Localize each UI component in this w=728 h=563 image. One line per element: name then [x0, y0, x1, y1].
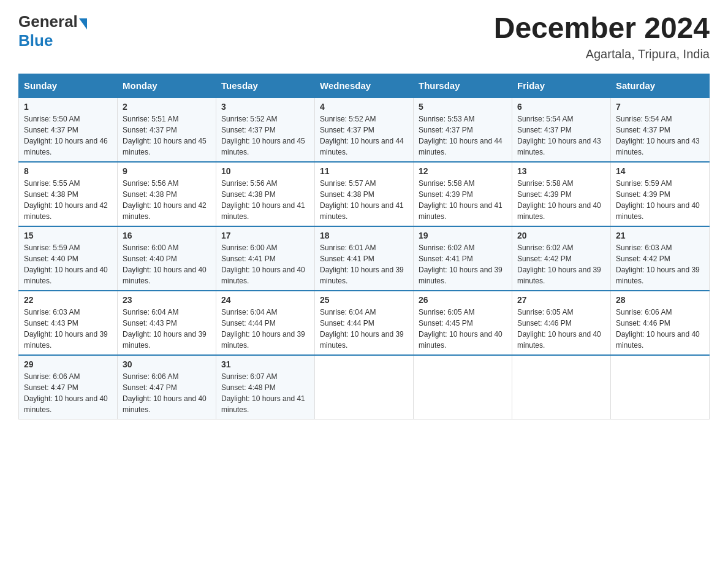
- day-number: 2: [123, 102, 211, 112]
- calendar-cell: 21Sunrise: 6:03 AMSunset: 4:42 PMDayligh…: [611, 226, 710, 291]
- day-number: 25: [320, 295, 408, 305]
- day-info: Sunrise: 6:01 AMSunset: 4:41 PMDaylight:…: [320, 242, 408, 286]
- day-number: 24: [221, 295, 309, 305]
- day-number: 5: [419, 102, 507, 112]
- calendar-cell: 19Sunrise: 6:02 AMSunset: 4:41 PMDayligh…: [414, 226, 512, 291]
- day-number: 4: [320, 102, 408, 112]
- day-info: Sunrise: 6:02 AMSunset: 4:42 PMDaylight:…: [517, 242, 605, 286]
- calendar-header-row: SundayMondayTuesdayWednesdayThursdayFrid…: [19, 74, 710, 98]
- calendar-cell: 8Sunrise: 5:55 AMSunset: 4:38 PMDaylight…: [19, 162, 118, 226]
- day-info: Sunrise: 6:06 AMSunset: 4:47 PMDaylight:…: [123, 371, 211, 415]
- calendar-cell: 1Sunrise: 5:50 AMSunset: 4:37 PMDaylight…: [19, 98, 118, 162]
- day-number: 31: [221, 359, 309, 369]
- calendar-cell: 31Sunrise: 6:07 AMSunset: 4:48 PMDayligh…: [216, 355, 315, 419]
- day-number: 27: [517, 295, 605, 305]
- day-info: Sunrise: 5:56 AMSunset: 4:38 PMDaylight:…: [123, 178, 211, 222]
- day-info: Sunrise: 6:00 AMSunset: 4:41 PMDaylight:…: [221, 242, 309, 286]
- day-info: Sunrise: 6:06 AMSunset: 4:47 PMDaylight:…: [24, 371, 112, 415]
- calendar-cell: 12Sunrise: 5:58 AMSunset: 4:39 PMDayligh…: [414, 162, 512, 226]
- calendar-cell: 20Sunrise: 6:02 AMSunset: 4:42 PMDayligh…: [512, 226, 611, 291]
- day-info: Sunrise: 5:59 AMSunset: 4:39 PMDaylight:…: [616, 178, 704, 222]
- day-info: Sunrise: 5:59 AMSunset: 4:40 PMDaylight:…: [24, 242, 112, 286]
- calendar-cell: [611, 355, 710, 419]
- calendar-cell: 18Sunrise: 6:01 AMSunset: 4:41 PMDayligh…: [315, 226, 414, 291]
- day-info: Sunrise: 6:03 AMSunset: 4:42 PMDaylight:…: [616, 242, 704, 286]
- day-number: 14: [616, 166, 704, 176]
- title-section: December 2024 Agartala, Tripura, India: [494, 12, 710, 61]
- day-number: 17: [221, 231, 309, 240]
- calendar-cell: 4Sunrise: 5:52 AMSunset: 4:37 PMDaylight…: [315, 98, 414, 162]
- day-info: Sunrise: 5:50 AMSunset: 4:37 PMDaylight:…: [24, 113, 112, 158]
- calendar-title: December 2024: [494, 12, 710, 45]
- day-info: Sunrise: 6:03 AMSunset: 4:43 PMDaylight:…: [24, 307, 112, 351]
- day-number: 29: [24, 359, 112, 369]
- calendar-subtitle: Agartala, Tripura, India: [494, 47, 710, 61]
- calendar-cell: 6Sunrise: 5:54 AMSunset: 4:37 PMDaylight…: [512, 98, 611, 162]
- day-number: 28: [616, 295, 704, 305]
- day-number: 12: [419, 166, 507, 176]
- calendar-cell: 14Sunrise: 5:59 AMSunset: 4:39 PMDayligh…: [611, 162, 710, 226]
- calendar-cell: 13Sunrise: 5:58 AMSunset: 4:39 PMDayligh…: [512, 162, 611, 226]
- week-row-2: 8Sunrise: 5:55 AMSunset: 4:38 PMDaylight…: [19, 162, 710, 226]
- calendar-cell: 5Sunrise: 5:53 AMSunset: 4:37 PMDaylight…: [414, 98, 512, 162]
- col-header-monday: Monday: [118, 74, 216, 98]
- day-number: 26: [419, 295, 507, 305]
- day-number: 11: [320, 166, 408, 176]
- day-info: Sunrise: 6:04 AMSunset: 4:44 PMDaylight:…: [221, 307, 309, 351]
- col-header-thursday: Thursday: [414, 74, 512, 98]
- day-number: 20: [517, 231, 605, 240]
- day-number: 15: [24, 231, 112, 240]
- calendar-cell: 27Sunrise: 6:05 AMSunset: 4:46 PMDayligh…: [512, 291, 611, 355]
- day-info: Sunrise: 5:54 AMSunset: 4:37 PMDaylight:…: [616, 113, 704, 158]
- week-row-1: 1Sunrise: 5:50 AMSunset: 4:37 PMDaylight…: [19, 98, 710, 162]
- calendar-cell: 29Sunrise: 6:06 AMSunset: 4:47 PMDayligh…: [19, 355, 118, 419]
- day-info: Sunrise: 5:58 AMSunset: 4:39 PMDaylight:…: [419, 178, 507, 222]
- day-number: 21: [616, 231, 704, 240]
- day-info: Sunrise: 5:58 AMSunset: 4:39 PMDaylight:…: [517, 178, 605, 222]
- week-row-3: 15Sunrise: 5:59 AMSunset: 4:40 PMDayligh…: [19, 226, 710, 291]
- day-info: Sunrise: 5:54 AMSunset: 4:37 PMDaylight:…: [517, 113, 605, 158]
- calendar-cell: 26Sunrise: 6:05 AMSunset: 4:45 PMDayligh…: [414, 291, 512, 355]
- calendar-cell: 3Sunrise: 5:52 AMSunset: 4:37 PMDaylight…: [216, 98, 315, 162]
- calendar-cell: 9Sunrise: 5:56 AMSunset: 4:38 PMDaylight…: [118, 162, 216, 226]
- calendar-cell: 23Sunrise: 6:04 AMSunset: 4:43 PMDayligh…: [118, 291, 216, 355]
- day-info: Sunrise: 5:56 AMSunset: 4:38 PMDaylight:…: [221, 178, 309, 222]
- calendar-cell: [414, 355, 512, 419]
- day-info: Sunrise: 6:02 AMSunset: 4:41 PMDaylight:…: [419, 242, 507, 286]
- logo: General Blue: [18, 12, 88, 50]
- day-number: 1: [24, 102, 112, 112]
- week-row-5: 29Sunrise: 6:06 AMSunset: 4:47 PMDayligh…: [19, 355, 710, 419]
- calendar-cell: 11Sunrise: 5:57 AMSunset: 4:38 PMDayligh…: [315, 162, 414, 226]
- day-info: Sunrise: 6:05 AMSunset: 4:45 PMDaylight:…: [419, 307, 507, 351]
- calendar-cell: 15Sunrise: 5:59 AMSunset: 4:40 PMDayligh…: [19, 226, 118, 291]
- calendar-cell: 25Sunrise: 6:04 AMSunset: 4:44 PMDayligh…: [315, 291, 414, 355]
- day-number: 22: [24, 295, 112, 305]
- day-number: 3: [221, 102, 309, 112]
- day-number: 13: [517, 166, 605, 176]
- week-row-4: 22Sunrise: 6:03 AMSunset: 4:43 PMDayligh…: [19, 291, 710, 355]
- logo-blue-text: Blue: [18, 31, 53, 50]
- day-info: Sunrise: 6:06 AMSunset: 4:46 PMDaylight:…: [616, 307, 704, 351]
- col-header-friday: Friday: [512, 74, 611, 98]
- calendar-cell: 24Sunrise: 6:04 AMSunset: 4:44 PMDayligh…: [216, 291, 315, 355]
- day-info: Sunrise: 5:51 AMSunset: 4:37 PMDaylight:…: [123, 113, 211, 158]
- day-number: 18: [320, 231, 408, 240]
- day-number: 8: [24, 166, 112, 176]
- day-info: Sunrise: 6:04 AMSunset: 4:44 PMDaylight:…: [320, 307, 408, 351]
- col-header-tuesday: Tuesday: [216, 74, 315, 98]
- calendar-table: SundayMondayTuesdayWednesdayThursdayFrid…: [18, 74, 710, 419]
- day-info: Sunrise: 5:53 AMSunset: 4:37 PMDaylight:…: [419, 113, 507, 158]
- logo-general-text: General: [18, 12, 78, 31]
- col-header-sunday: Sunday: [19, 74, 118, 98]
- day-number: 10: [221, 166, 309, 176]
- calendar-cell: 2Sunrise: 5:51 AMSunset: 4:37 PMDaylight…: [118, 98, 216, 162]
- calendar-cell: [315, 355, 414, 419]
- col-header-saturday: Saturday: [611, 74, 710, 98]
- day-info: Sunrise: 5:57 AMSunset: 4:38 PMDaylight:…: [320, 178, 408, 222]
- calendar-cell: 17Sunrise: 6:00 AMSunset: 4:41 PMDayligh…: [216, 226, 315, 291]
- col-header-wednesday: Wednesday: [315, 74, 414, 98]
- calendar-cell: [512, 355, 611, 419]
- calendar-cell: 7Sunrise: 5:54 AMSunset: 4:37 PMDaylight…: [611, 98, 710, 162]
- day-info: Sunrise: 5:52 AMSunset: 4:37 PMDaylight:…: [320, 113, 408, 158]
- calendar-cell: 16Sunrise: 6:00 AMSunset: 4:40 PMDayligh…: [118, 226, 216, 291]
